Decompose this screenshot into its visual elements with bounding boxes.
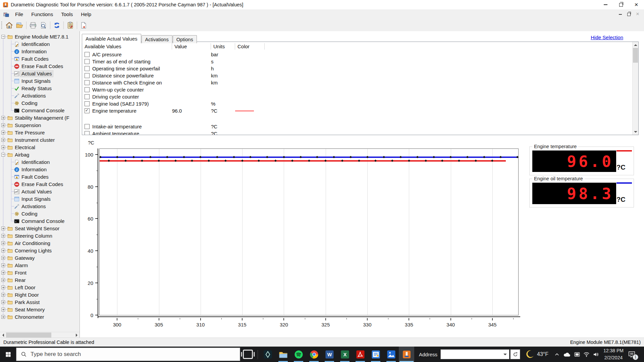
tree-item-airbag[interactable]: Airbag: [0, 151, 79, 159]
tree-item-cornering-lights[interactable]: Cornering Lights: [0, 247, 79, 254]
mdi-restore-button[interactable]: [627, 13, 631, 16]
onedrive-cloud-icon[interactable]: [563, 352, 571, 357]
export-button[interactable]: [78, 20, 89, 30]
value-checkbox[interactable]: [85, 108, 90, 113]
expand-icon[interactable]: [1, 241, 5, 245]
table-row[interactable]: Distance with Check Engine onkm: [82, 79, 638, 86]
tab-available-actual-values[interactable]: Available Actual Values: [82, 34, 141, 43]
value-checkbox[interactable]: [85, 87, 90, 92]
scrollbar-thumb[interactable]: [6, 333, 51, 338]
expand-icon[interactable]: [1, 278, 5, 282]
tree-item-front[interactable]: Front: [0, 269, 79, 277]
column-header-units[interactable]: Units: [211, 43, 235, 50]
menu-tools[interactable]: Tools: [57, 11, 77, 17]
mdi-close-button[interactable]: ×: [636, 11, 639, 17]
value-checkbox[interactable]: [85, 124, 90, 129]
tree-item-input-signals[interactable]: Input Signals: [0, 195, 79, 203]
menu-help[interactable]: Help: [77, 11, 95, 17]
word-taskbar-button[interactable]: W: [322, 347, 337, 362]
expand-icon[interactable]: [1, 293, 5, 297]
tree-item-air-conditioning[interactable]: Air Conditioning: [0, 240, 79, 247]
mdi-minimize-button[interactable]: [619, 14, 622, 15]
chevron-up-icon[interactable]: [554, 351, 560, 358]
notification-center-button[interactable]: 1: [628, 350, 636, 359]
tree-item-erase-fault-codes[interactable]: Erase Fault Codes: [0, 181, 79, 188]
search-input[interactable]: Type here to search: [16, 348, 240, 361]
expand-icon[interactable]: [1, 256, 5, 260]
reader-app-taskbar-button[interactable]: [368, 347, 383, 362]
tree-item-erase-fault-codes[interactable]: Erase Fault Codes: [0, 63, 79, 70]
scroll-left-icon[interactable]: [0, 332, 6, 338]
collapse-icon[interactable]: [1, 153, 5, 157]
scrollbar-thumb[interactable]: [633, 48, 638, 63]
address-input[interactable]: [440, 349, 509, 359]
tree-item-right-door[interactable]: Right Door: [0, 291, 79, 299]
display-icon[interactable]: [574, 351, 580, 358]
column-header-available-values[interactable]: Available Values: [82, 43, 172, 50]
expand-icon[interactable]: [1, 300, 5, 304]
tree-item-identification[interactable]: Identification: [0, 41, 79, 48]
taskbar-clock[interactable]: 12:38 PM 2/2/2024: [603, 347, 624, 361]
expand-icon[interactable]: [1, 286, 5, 289]
table-row[interactable]: Intake-air temperature?C: [82, 123, 638, 130]
table-row[interactable]: Operating time since powerfailh: [82, 65, 638, 72]
photos-taskbar-button[interactable]: [383, 347, 399, 362]
table-row[interactable]: A/C pressurebar: [82, 51, 638, 58]
tree-item-coding[interactable]: Coding: [0, 100, 79, 107]
expand-icon[interactable]: [1, 227, 5, 230]
restore-button[interactable]: [613, 0, 629, 9]
wifi-icon[interactable]: [583, 351, 590, 358]
value-checkbox[interactable]: [85, 66, 90, 71]
file-explorer-taskbar-button[interactable]: [275, 347, 291, 362]
tree-item-coding[interactable]: Coding: [0, 210, 79, 218]
value-checkbox[interactable]: [85, 73, 90, 78]
tree-item-ready-status[interactable]: Ready Status: [0, 85, 79, 92]
tree-item-command-console[interactable]: >_Command Console: [0, 218, 79, 225]
value-checkbox[interactable]: [85, 101, 90, 106]
column-header-value[interactable]: Value: [172, 43, 211, 50]
task-view-button[interactable]: [240, 347, 256, 362]
tree-horizontal-scrollbar[interactable]: [0, 332, 79, 338]
refresh-button[interactable]: [52, 20, 62, 30]
home-button[interactable]: [4, 20, 14, 30]
tree-item-electrical[interactable]: Electrical: [0, 144, 79, 151]
value-checkbox[interactable]: [85, 80, 90, 85]
table-row[interactable]: Engine load (SAEJ 1979)%: [82, 100, 638, 107]
expand-icon[interactable]: [1, 249, 5, 252]
value-checkbox[interactable]: [85, 131, 90, 135]
tree-item-park-assist[interactable]: Park Assist: [0, 299, 79, 306]
expand-icon[interactable]: [1, 234, 5, 238]
expand-icon[interactable]: [1, 145, 5, 149]
scroll-down-icon[interactable]: [633, 129, 638, 135]
tree-item-information[interactable]: iInformation: [0, 48, 79, 55]
expand-icon[interactable]: [1, 263, 5, 267]
spotify-taskbar-button[interactable]: [291, 347, 306, 362]
tree-item-input-signals[interactable]: Input Signals: [0, 77, 79, 85]
close-button[interactable]: ×: [629, 0, 644, 9]
expand-icon[interactable]: [1, 116, 5, 120]
address-refresh-button[interactable]: [510, 349, 520, 359]
tree-item-suspension[interactable]: Suspension: [0, 122, 79, 129]
tree-item-gateway[interactable]: Gateway: [0, 254, 79, 262]
table-vertical-scrollbar[interactable]: [632, 42, 638, 135]
value-checkbox[interactable]: [85, 52, 90, 57]
expand-icon[interactable]: [1, 271, 5, 275]
menu-file[interactable]: File: [11, 11, 27, 17]
tree-item-actual-values[interactable]: Actual Values: [0, 188, 79, 195]
tree-item-identification[interactable]: Identification: [0, 159, 79, 166]
table-row[interactable]: Engine temperature96.0?C: [82, 107, 638, 114]
scroll-up-icon[interactable]: [633, 42, 638, 48]
tree-item-steering-column[interactable]: Steering Column: [0, 232, 79, 240]
print-preview-button[interactable]: [38, 20, 49, 30]
table-row[interactable]: Warm-up cycle counter: [82, 86, 638, 93]
durametric-taskbar-button[interactable]: [399, 347, 414, 362]
table-row[interactable]: Driving cycle counter: [82, 93, 638, 100]
menu-functions[interactable]: Functions: [27, 11, 57, 17]
expand-icon[interactable]: [1, 308, 5, 311]
value-checkbox[interactable]: [85, 94, 90, 99]
column-header-color[interactable]: Color: [235, 43, 265, 50]
tree-item-activations[interactable]: Activations: [0, 92, 79, 100]
weather-moon-icon[interactable]: [525, 350, 535, 359]
diagnostic-app-taskbar-button[interactable]: [260, 347, 275, 362]
hide-selection-link[interactable]: Hide Selection: [591, 35, 623, 40]
